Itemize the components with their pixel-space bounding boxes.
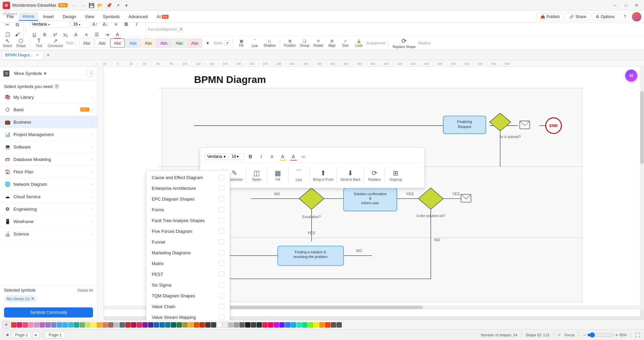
color-gray-400[interactable] xyxy=(234,322,239,328)
float-replace-btn[interactable]: ⟳ Replace xyxy=(366,166,383,184)
color-red[interactable] xyxy=(11,322,16,328)
zoom-in-btn[interactable]: + xyxy=(615,332,618,338)
color-lime[interactable] xyxy=(85,322,91,328)
color-dark-indigo[interactable] xyxy=(148,322,153,328)
menu-ai[interactable]: AI hot xyxy=(152,13,173,20)
color-cyan[interactable] xyxy=(68,322,74,328)
color-dark-orange[interactable] xyxy=(194,322,199,328)
dropdown-fault-tree[interactable]: Fault Tree Analysis Shapes xyxy=(146,215,230,226)
color-light-gray[interactable] xyxy=(222,322,228,328)
dropdown-marketing[interactable]: Marketing Diagrams xyxy=(146,247,230,258)
color-indigo[interactable] xyxy=(45,322,51,328)
dropdown-matrix[interactable]: Matrix xyxy=(146,258,230,269)
redo-btn[interactable]: ↪ xyxy=(79,1,87,9)
text-tool-btn[interactable]: T Text xyxy=(33,38,45,48)
lib-item-network-diagram[interactable]: 🌐 Network Diagram › xyxy=(0,178,97,190)
float-send-back-btn[interactable]: ⬇ Send to Back xyxy=(339,166,362,184)
share-btn2[interactable]: ↗ xyxy=(114,1,122,9)
dropdown-funnel[interactable]: Funnel xyxy=(146,237,230,247)
float-font-size-selector[interactable]: 16 ▾ xyxy=(229,153,244,160)
delete-all-btn[interactable]: Delete All xyxy=(78,288,93,292)
page-layout-btn[interactable]: ⊞ xyxy=(4,332,11,338)
color-dark-teal[interactable] xyxy=(171,322,176,328)
scroll-thumb-h[interactable] xyxy=(206,306,423,309)
color-dark-purple[interactable] xyxy=(142,322,148,328)
dropdown-cause-effect[interactable]: Cause and Effect Diagram xyxy=(146,172,230,183)
tab-add-btn[interactable]: + xyxy=(44,51,52,59)
color-accent-pink[interactable] xyxy=(268,322,273,328)
copy-btn[interactable]: ⧉ xyxy=(13,20,22,29)
rotate-btn[interactable]: ↻ Rotate xyxy=(312,38,324,48)
more-symbols-btn[interactable]: More Symbols ▾ xyxy=(11,70,49,77)
lib-item-wireframe[interactable]: 📱 Wireframe › xyxy=(0,215,97,228)
font-shrink-btn[interactable]: A↓ xyxy=(101,19,110,29)
lib-item-cloud-service[interactable]: ☁ Cloud Service › xyxy=(0,190,97,203)
info-icon[interactable]: ? xyxy=(54,84,59,89)
style-abc-3[interactable]: Abc xyxy=(110,38,125,48)
style-abc-6[interactable]: Abc xyxy=(156,38,171,48)
more-btn[interactable]: ▾ xyxy=(123,1,131,9)
dropdown-six-sigma[interactable]: Six Sigma xyxy=(146,280,230,290)
color-white[interactable] xyxy=(217,322,222,328)
color-fuchsia[interactable] xyxy=(137,322,142,328)
color-accent-green[interactable] xyxy=(302,322,308,328)
color-purple[interactable] xyxy=(40,322,45,328)
color-pink-pale[interactable] xyxy=(28,322,34,328)
color-brown[interactable] xyxy=(108,322,113,328)
dropdown-value-chain[interactable]: Value Chain xyxy=(146,301,230,312)
expand-styles-btn[interactable]: ↗ xyxy=(224,40,230,46)
float-fill-btn[interactable]: ▦ Fill xyxy=(269,166,286,184)
lib-item-my-library[interactable]: 📚 My Library › xyxy=(0,91,97,103)
color-pink[interactable] xyxy=(17,322,22,328)
float-styles-btn[interactable]: ◫ Styles xyxy=(248,166,265,184)
color-yellow[interactable] xyxy=(91,322,96,328)
publish-btn[interactable]: 📤 Publish xyxy=(537,13,563,21)
font-size-selector[interactable]: 16 xyxy=(71,21,89,28)
no-fill-btn[interactable]: ∅ xyxy=(3,322,9,328)
color-light-blue[interactable] xyxy=(62,322,68,328)
lib-item-science[interactable]: 🔬 Science › xyxy=(0,228,97,240)
color-dark-brown[interactable] xyxy=(205,322,211,328)
styles-more-btn[interactable]: ▾ xyxy=(203,38,212,48)
color-amber[interactable] xyxy=(188,322,193,328)
color-accent-lime[interactable] xyxy=(308,322,313,328)
font-grow-btn[interactable]: A↑ xyxy=(90,19,100,29)
group-btn[interactable]: ❑ Group xyxy=(298,38,311,48)
float-italic-btn[interactable]: I xyxy=(257,152,266,161)
style-abc-7[interactable]: Abc xyxy=(172,38,187,48)
color-dark-pink[interactable] xyxy=(131,322,136,328)
lib-item-floor-plan[interactable]: 🏠 Floor Plan › xyxy=(0,166,97,178)
color-dark-slate[interactable] xyxy=(257,322,262,328)
close-btn[interactable]: ✕ xyxy=(632,1,641,10)
cloud-open-btn[interactable]: 📂 xyxy=(96,1,104,9)
float-bring-front-btn[interactable]: ⬆ Bring to Front xyxy=(312,166,335,184)
lib-item-software[interactable]: 💻 Software › xyxy=(0,141,97,153)
color-accent-light-blue[interactable] xyxy=(291,322,296,328)
float-align-btn[interactable]: ≡ xyxy=(267,152,277,161)
select-tool-btn[interactable]: ↖ Select xyxy=(1,38,13,48)
color-orange[interactable] xyxy=(97,322,102,328)
color-dark-green[interactable] xyxy=(177,322,182,328)
color-blue[interactable] xyxy=(159,322,165,328)
color-gray-700[interactable] xyxy=(239,322,245,328)
align-btn[interactable]: ≡ xyxy=(111,19,121,29)
minimize-btn[interactable]: ─ xyxy=(610,1,620,10)
undo-btn[interactable]: ↩ xyxy=(70,1,78,9)
expand-font-btn[interactable]: ↗ xyxy=(178,27,183,32)
color-dark-blue-gray[interactable] xyxy=(211,322,216,328)
position-btn[interactable]: ⊞ Position xyxy=(283,38,297,48)
help-btn[interactable]: ? xyxy=(620,13,630,21)
color-accent-orange[interactable] xyxy=(319,322,325,328)
style-abc-8[interactable]: Abc xyxy=(187,38,202,48)
color-mid-gray[interactable] xyxy=(228,322,233,328)
color-dark-lime[interactable] xyxy=(182,322,188,328)
cut-btn[interactable]: ✂ xyxy=(3,20,12,29)
color-gray[interactable] xyxy=(114,322,119,328)
color-pink-light[interactable] xyxy=(22,322,28,328)
shadow-btn[interactable]: ◻ Shadow xyxy=(262,38,277,48)
float-font-selector[interactable]: Verdana ▾ xyxy=(205,153,228,160)
zoom-out-btn[interactable]: − xyxy=(583,332,586,338)
color-accent-yellow[interactable] xyxy=(314,322,319,328)
color-accent-teal[interactable] xyxy=(296,322,302,328)
dropdown-five-forces[interactable]: Five Forces Diagram xyxy=(146,226,230,237)
